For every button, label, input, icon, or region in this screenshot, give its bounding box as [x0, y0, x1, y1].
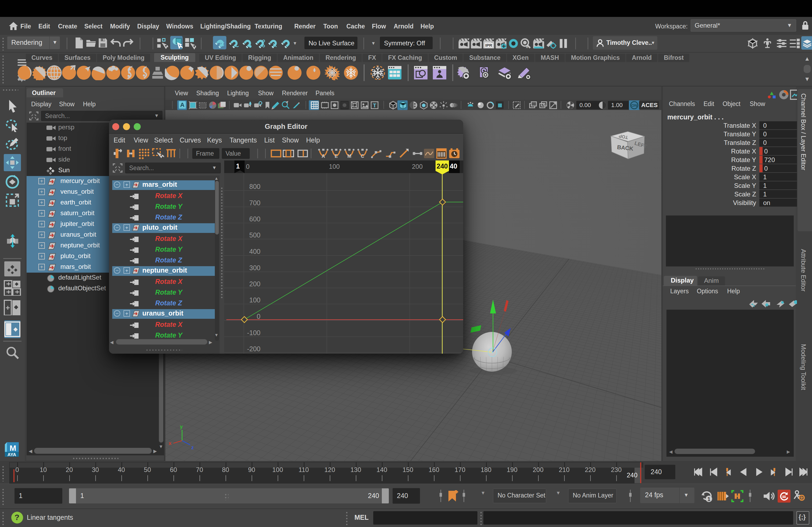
svg-text:z: z [191, 445, 194, 450]
svg-text:ON: ON [631, 103, 637, 108]
svg-text:x: x [526, 44, 528, 49]
svg-text:M: M [10, 443, 16, 452]
svg-text:AYA: AYA [8, 452, 16, 457]
svg-text:IPR: IPR [485, 43, 492, 47]
svg-text:M: M [347, 153, 351, 159]
svg-text:C: C [361, 153, 364, 159]
svg-text:y: y [180, 424, 183, 429]
svg-text:A: A [322, 153, 325, 159]
svg-text:T: T [373, 102, 376, 108]
svg-text:x: x [169, 440, 172, 446]
svg-text:1: 1 [707, 496, 710, 502]
svg-text:E: E [335, 153, 338, 159]
